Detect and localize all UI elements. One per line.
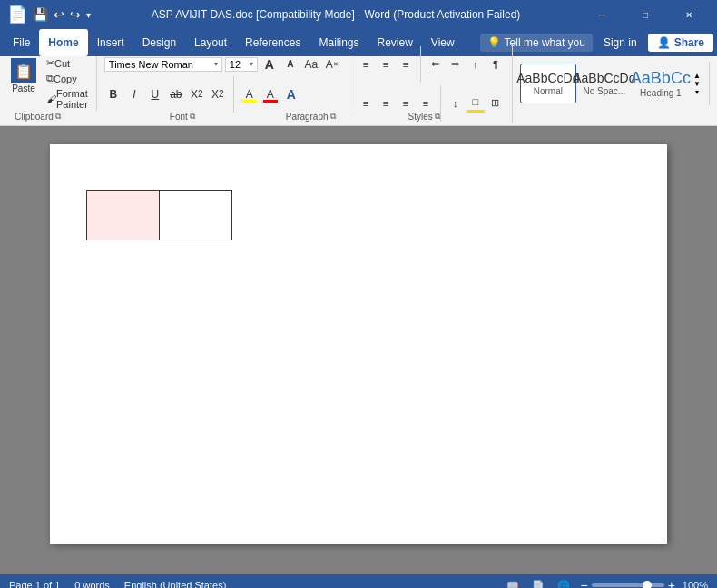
style-no-spacing[interactable]: AaBbCcDd No Spac... [576, 64, 633, 103]
font-name-select[interactable]: Times New Roman ▾ [104, 57, 222, 72]
word-count: 0 words [74, 580, 110, 588]
underline-button[interactable]: U [146, 85, 164, 103]
bullets-button[interactable]: ≡ [357, 55, 375, 74]
justify-button[interactable]: ≡ [417, 94, 435, 113]
share-button[interactable]: 👤 Share [648, 34, 713, 52]
para-divider1 [420, 46, 421, 83]
style-heading1-label: Heading 1 [640, 88, 682, 98]
text-highlight-button[interactable]: A [241, 85, 259, 103]
paragraph-section-label: Paragraph [286, 112, 329, 122]
styles-expand-button[interactable]: ▲ ▼ ▾ [689, 64, 705, 103]
close-button[interactable]: ✕ [668, 0, 710, 29]
superscript-button[interactable]: X2 [209, 85, 227, 103]
font-size-select[interactable]: 12 ▾ [225, 57, 258, 72]
font-expand[interactable]: ⧉ [190, 112, 195, 122]
styles-section-label: Styles [408, 112, 433, 122]
paste-button[interactable]: 📋 Paste [7, 56, 40, 111]
zoom-out-button[interactable]: − [580, 578, 587, 588]
highlight-icon: A [246, 88, 253, 101]
status-bar: Page 1 of 1 0 words English (United Stat… [0, 574, 717, 588]
page-indicator: Page 1 of 1 [9, 580, 60, 588]
para-divider2 [440, 85, 441, 122]
format-painter-button[interactable]: 🖌 Format Painter [44, 87, 91, 111]
font-name-dropdown-arrow: ▾ [214, 60, 218, 68]
font-color-button[interactable]: A [261, 85, 280, 103]
menu-layout[interactable]: Layout [185, 29, 236, 56]
menu-home[interactable]: Home [39, 29, 87, 56]
document-page[interactable] [50, 144, 667, 544]
numbering-button[interactable]: ≡ [377, 55, 395, 74]
read-view-button[interactable]: 📖 [504, 576, 522, 588]
line-spacing-button[interactable]: ↕ [447, 94, 465, 113]
title-bar: 📄 💾 ↩ ↪ ▾ ASP AVIJIT DAS.doc [Compatibil… [0, 0, 717, 29]
styles-expand[interactable]: ⧉ [435, 112, 440, 122]
font-size-value: 12 [230, 59, 241, 70]
zoom-in-button[interactable]: + [668, 578, 675, 588]
strikethrough-button[interactable]: ab [167, 85, 185, 103]
font-name-value: Times New Roman [109, 59, 193, 70]
align-left-button[interactable]: ≡ [357, 94, 375, 113]
italic-button[interactable]: I [125, 85, 143, 103]
text-effects-button[interactable]: A [282, 85, 300, 103]
maximize-icon: □ [643, 10, 648, 20]
table-cell-1-2 [160, 191, 232, 240]
styles-section: AaBbCcDd Normal AaBbCcDd No Spac... AaBb… [516, 62, 710, 105]
quick-access-undo[interactable]: ↩ [54, 7, 64, 22]
editing-section: 🔍 Editing [713, 62, 717, 105]
copy-button[interactable]: ⧉ Copy [44, 72, 91, 85]
minimize-icon: ─ [598, 10, 604, 20]
quick-access-save[interactable]: 💾 [33, 7, 48, 22]
zoom-slider-thumb [643, 581, 652, 588]
center-button[interactable]: ≡ [377, 94, 395, 113]
show-formatting-button[interactable]: ¶ [486, 55, 505, 74]
style-normal[interactable]: AaBbCcDd Normal [520, 64, 576, 103]
cut-button[interactable]: ✂ Cut [44, 56, 91, 70]
maximize-button[interactable]: □ [624, 0, 666, 29]
bold-button[interactable]: B [104, 85, 123, 103]
menu-references[interactable]: References [236, 29, 309, 56]
clipboard-expand[interactable]: ⧉ [55, 112, 61, 122]
print-layout-button[interactable]: 📄 [529, 576, 547, 588]
grow-font-button[interactable]: A [260, 55, 279, 74]
multilevel-button[interactable]: ≡ [397, 55, 415, 74]
sign-in-button[interactable]: Sign in [596, 34, 644, 52]
align-right-button[interactable]: ≡ [397, 94, 415, 113]
menu-file[interactable]: File [4, 29, 39, 56]
borders-button[interactable]: ⊞ [486, 94, 505, 113]
font-section-label: Font [170, 112, 188, 122]
title-bar-controls: ─ □ ✕ [581, 0, 710, 29]
share-label: Share [674, 36, 704, 49]
document-table [86, 190, 232, 240]
share-icon: 👤 [657, 36, 671, 49]
minimize-button[interactable]: ─ [581, 0, 623, 29]
title-bar-title: ASP AVIJIT DAS.doc [Compatibility Mode] … [91, 8, 581, 21]
style-normal-label: Normal [534, 86, 563, 96]
paragraph-expand[interactable]: ⧉ [330, 112, 336, 122]
ribbon-content: 📋 Paste ✂ Cut ⧉ Copy 🖌 Format Painter [7, 60, 710, 107]
format-painter-icon: 🖌 [46, 93, 56, 104]
shading-button[interactable]: □ [467, 94, 485, 113]
format-painter-label: Format Painter [56, 88, 88, 110]
menu-design[interactable]: Design [133, 29, 185, 56]
font-color-icon: A [267, 88, 274, 101]
style-heading1[interactable]: AaBbCc Heading 1 [633, 64, 689, 103]
zoom-control: − + [580, 578, 674, 588]
decrease-indent-button[interactable]: ⇐ [427, 55, 445, 74]
style-no-spacing-preview: AaBbCcDd [573, 72, 635, 84]
sort-button[interactable]: ↑ [467, 55, 485, 74]
zoom-slider-track[interactable] [592, 583, 664, 587]
increase-indent-button[interactable]: ⇒ [447, 55, 465, 74]
subscript-button[interactable]: X2 [188, 85, 206, 103]
web-view-button[interactable]: 🌐 [555, 576, 573, 588]
clear-formatting-button[interactable]: A✕ [323, 55, 341, 74]
shrink-font-button[interactable]: A [281, 55, 300, 74]
change-case-button[interactable]: Aa [302, 55, 320, 74]
quick-access-redo[interactable]: ↪ [70, 7, 81, 22]
title-bar-left: 📄 💾 ↩ ↪ ▾ [7, 5, 91, 24]
document-area: PHC [0, 126, 717, 574]
ribbon: 📋 Paste ✂ Cut ⧉ Copy 🖌 Format Painter [0, 56, 717, 126]
style-no-spacing-label: No Spac... [584, 86, 626, 96]
menu-insert[interactable]: Insert [88, 29, 133, 56]
style-normal-preview: AaBbCcDd [516, 72, 579, 84]
table-cell-1-1 [87, 191, 160, 240]
